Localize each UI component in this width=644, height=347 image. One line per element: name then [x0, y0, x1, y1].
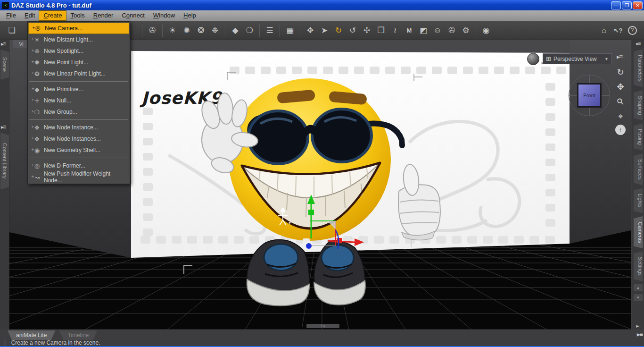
- menu-render[interactable]: Render: [89, 11, 118, 20]
- restore-button[interactable]: ❐: [622, 1, 632, 9]
- new-group-icon[interactable]: ❍: [242, 24, 256, 37]
- translate-tool-icon[interactable]: ✢: [360, 24, 374, 37]
- tab-settings[interactable]: Settings: [634, 251, 643, 281]
- daz-logo-icon: [2, 2, 9, 9]
- new-point-light-icon[interactable]: ✺: [180, 24, 194, 37]
- menu-create[interactable]: Create: [39, 11, 66, 20]
- zoom-camera-icon[interactable]: ⚲: [612, 93, 629, 110]
- new-distant-light-icon[interactable]: ☀: [165, 24, 180, 37]
- menu-tools[interactable]: Tools: [66, 11, 89, 20]
- viewport-pane-menu-icon[interactable]: ▸≡: [617, 53, 622, 60]
- scale-tool-icon[interactable]: ❐: [374, 24, 388, 37]
- menu-item-new-distant-light[interactable]: ⁺☀New Distant Light...: [28, 34, 130, 45]
- new-spotlight-icon[interactable]: ❉: [208, 24, 222, 37]
- menu-item-new-d-former[interactable]: ⁺◎New D-Former...: [28, 160, 130, 171]
- left-dock: ▸≡Scene▸≡Content Library: [0, 40, 9, 330]
- tab-animate-lite[interactable]: aniMate Lite: [8, 330, 55, 340]
- menu-item-new-camera[interactable]: ⁺✇New Camera...: [29, 23, 129, 34]
- grid-snap-icon[interactable]: ▦: [283, 24, 297, 37]
- menubar: FileEditCreateToolsRenderConnectWindowHe…: [0, 10, 644, 21]
- tab-timeline[interactable]: Timeline: [59, 330, 97, 340]
- joint-editor-tool-icon[interactable]: ≀: [388, 24, 402, 37]
- menu-item-new-linear-point-light-icon: ⁺❂: [29, 70, 41, 77]
- node-gear-tool-icon[interactable]: ⚙: [459, 24, 473, 37]
- window-title: DAZ Studio 4.8 Pro - tut.duf: [11, 2, 608, 9]
- viewport-splitter-handle[interactable]: ▾ ▴: [306, 324, 339, 328]
- tab-posing[interactable]: Posing: [634, 123, 643, 151]
- menu-item-new-d-former-icon: ⁺◎: [29, 162, 41, 169]
- view-grid-icon: ⊞: [546, 55, 551, 62]
- frame-camera-icon[interactable]: ⌖: [614, 110, 627, 122]
- timeline-pane-menu-icon[interactable]: ▸≡: [637, 331, 642, 338]
- geometry-editor-tool-icon[interactable]: M: [402, 24, 416, 37]
- pane-menu-icon[interactable]: ▸≡: [636, 323, 640, 329]
- chevron-down-icon: ▼: [604, 57, 609, 61]
- menu-item-new-null[interactable]: ⁺✛New Null...: [28, 95, 130, 106]
- aux-viewport-sphere-icon[interactable]: [527, 53, 539, 65]
- sidebar-tab-scene[interactable]: Scene: [0, 50, 9, 80]
- navcube-front-face[interactable]: Front: [577, 83, 602, 108]
- orbit-camera-icon[interactable]: ↻: [614, 66, 627, 78]
- menu-separator: [29, 158, 128, 158]
- menu-item-new-spotlight[interactable]: ⁺❉New Spotlight...: [28, 45, 130, 57]
- new-file-icon[interactable]: ❏: [5, 24, 19, 37]
- menu-item-new-point-light-icon: ⁺✺: [29, 59, 41, 66]
- menu-item-new-node-instances[interactable]: ⁺❖New Node Instances...: [28, 133, 130, 144]
- menu-item-new-point-light[interactable]: ⁺✺New Point Light...: [28, 57, 130, 68]
- scroll-down-button[interactable]: ▼: [634, 294, 643, 301]
- align-icon[interactable]: ☰: [263, 24, 277, 37]
- status-text: Create a new Camera in the scene.: [11, 340, 100, 346]
- view-selector-dropdown[interactable]: ⊞ Perspective View ▼: [543, 53, 612, 64]
- new-linear-point-light-icon[interactable]: ❂: [194, 24, 208, 37]
- new-camera-icon[interactable]: ✇: [145, 24, 159, 37]
- menu-item-new-push-modifier-weight-node[interactable]: ⁺↝New Push Modifier Weight Node...: [28, 171, 130, 183]
- pane-menu-icon[interactable]: ▸≡: [636, 41, 640, 46]
- help-icon[interactable]: ?: [625, 24, 639, 37]
- menu-item-new-geometry-shell[interactable]: ⁺◉New Geometry Shell...: [28, 144, 130, 156]
- whats-this-icon[interactable]: ↖?: [611, 24, 625, 37]
- tab-lights[interactable]: Lights: [634, 188, 643, 213]
- menu-file[interactable]: File: [2, 11, 20, 20]
- toolbar-separator: [300, 25, 300, 37]
- menu-edit[interactable]: Edit: [20, 11, 39, 20]
- toolbar-separator: [280, 25, 280, 37]
- close-button[interactable]: ✕: [633, 1, 643, 9]
- rotate-tool-icon[interactable]: ↻: [331, 24, 346, 37]
- viewport-partial-tab[interactable]: Vi: [13, 40, 29, 48]
- menu-item-new-primitive[interactable]: ⁺◆New Primitive...: [28, 84, 130, 95]
- pane-menu-icon[interactable]: ▸≡: [1, 41, 5, 47]
- content-home-icon[interactable]: ⌂: [597, 24, 611, 37]
- toolbar-separator: [162, 25, 163, 37]
- menu-help[interactable]: Help: [179, 11, 200, 20]
- surface-selection-tool-icon[interactable]: ◩: [416, 24, 430, 37]
- pane-menu-icon[interactable]: ▸≡: [1, 124, 5, 130]
- reset-camera-icon[interactable]: ↑: [615, 125, 626, 135]
- menu-item-new-linear-point-light[interactable]: ⁺❂New Linear Point Light...: [28, 68, 130, 79]
- node-selection-tool-icon[interactable]: ➤: [317, 24, 331, 37]
- menu-item-new-spotlight-icon: ⁺❉: [29, 48, 41, 55]
- figure-selection-icon[interactable]: ☺: [430, 24, 445, 37]
- menu-connect[interactable]: Connect: [117, 11, 149, 20]
- camera-controls: ↻✥⚲⌖↑: [614, 66, 627, 135]
- render-icon[interactable]: ◉: [479, 24, 493, 37]
- sidebar-tab-content-library[interactable]: Content Library: [0, 133, 9, 189]
- tab-cameras[interactable]: Cameras: [634, 216, 643, 249]
- menu-item-new-distant-light-icon: ⁺☀: [29, 36, 41, 43]
- tab-surfaces[interactable]: Surfaces: [634, 153, 643, 185]
- tab-shaping[interactable]: Shaping: [634, 90, 643, 120]
- pan-camera-icon[interactable]: ✥: [614, 81, 627, 93]
- menu-item-new-node-instances-icon: ⁺❖: [29, 135, 41, 143]
- camera-selection-icon[interactable]: ✇: [445, 24, 459, 37]
- view-navigation-cube[interactable]: Front: [569, 75, 610, 116]
- menu-item-new-node-instance-icon: ⁺❖: [29, 124, 41, 131]
- menu-item-new-node-instance[interactable]: ⁺❖New Node Instance...: [28, 122, 130, 133]
- scroll-up-button[interactable]: ▲: [634, 284, 643, 291]
- view-selector-label: Perspective View: [553, 56, 597, 62]
- menu-window[interactable]: Window: [149, 11, 179, 20]
- new-primitive-icon[interactable]: ◆: [228, 24, 242, 37]
- active-pose-tool-icon[interactable]: ↺: [346, 24, 360, 37]
- tab-parameters[interactable]: Parameters: [634, 49, 643, 87]
- menu-item-new-group[interactable]: ⁺❍New Group...: [28, 106, 130, 118]
- scene-navigator-icon[interactable]: ✥: [303, 24, 317, 37]
- minimize-button[interactable]: —: [611, 1, 621, 9]
